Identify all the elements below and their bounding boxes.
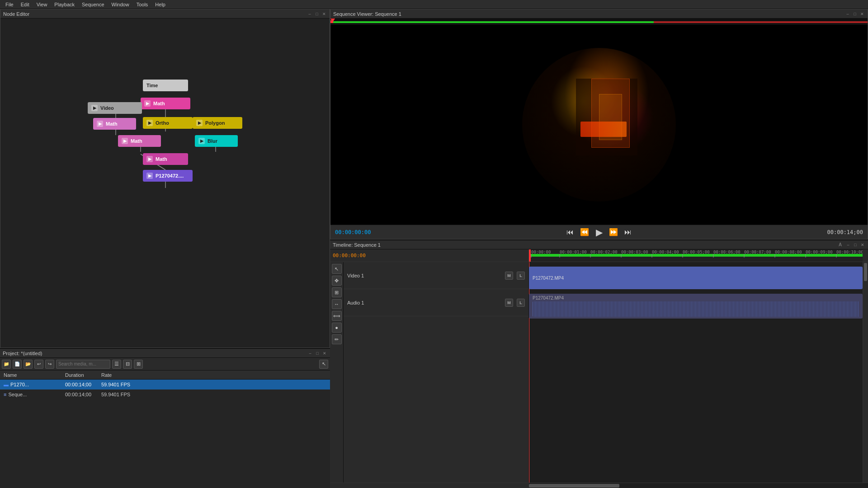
menu-edit[interactable]: Edit — [17, 0, 33, 9]
file-duration-0: 00:00:14;00 — [65, 382, 101, 387]
menu-file[interactable]: File — [2, 0, 17, 9]
icon-view-btn[interactable]: ⊟ — [123, 360, 132, 369]
project-close-btn[interactable]: ✕ — [322, 351, 327, 356]
trim-tool[interactable]: ↔ — [332, 299, 342, 309]
project-toolbar: 📁 📄 📂 ↩ ↪ ☰ ⊟ ⊞ ↖ — [0, 358, 330, 371]
viewer-max-btn[interactable]: □ — [852, 11, 858, 17]
file-icon-1: ≡ — [4, 392, 6, 397]
node-video[interactable]: ▶ Video — [88, 102, 142, 114]
redo-btn[interactable]: ↪ — [45, 360, 54, 369]
col-header-duration: Duration — [65, 372, 101, 378]
audio1-m-btn[interactable]: M — [505, 299, 513, 307]
col-header-name: Name — [2, 372, 65, 378]
node-p127-label: P1270472.... — [156, 173, 184, 178]
node-editor-label: Node Editor — [3, 11, 29, 17]
node-canvas[interactable]: Time ▶ Math ▶ Video ▶ Math — [0, 19, 330, 347]
menu-view[interactable]: View — [33, 0, 51, 9]
node-p1270472[interactable]: ▶ P1270472.... — [143, 170, 193, 182]
timeline-min-btn[interactable]: – — [845, 242, 851, 248]
audio-clip-p1270472[interactable]: P1270472.MP4 — [529, 294, 863, 319]
file-rate-1: 59.9401 FPS — [101, 392, 137, 397]
project-row-0[interactable]: ▬ P1270... 00:00:14;00 59.9401 FPS — [0, 380, 330, 389]
node-math3[interactable]: ▶ Math — [118, 135, 161, 147]
zoom-tool[interactable]: ⊞ — [332, 287, 342, 297]
play-btn[interactable]: ▶ — [594, 227, 604, 238]
step-back-btn[interactable]: ⏪ — [579, 227, 590, 238]
node-math2[interactable]: ▶ Math — [93, 118, 136, 130]
move-tool[interactable]: ✥ — [332, 276, 342, 286]
viewer-close-btn[interactable]: ✕ — [859, 11, 865, 17]
project-title-bar: Project: *(untitled) – □ ✕ — [0, 349, 330, 358]
node-ortho[interactable]: ▶ Ortho — [143, 117, 193, 129]
undo-btn[interactable]: ↩ — [34, 360, 43, 369]
timeline-ruler[interactable]: 00:00:00 00:00:01;00 00:00:02;00 00:00:0… — [529, 249, 863, 262]
svg-text:00:00:09;00: 00:00:09;00 — [806, 250, 833, 254]
node-math3-label: Math — [131, 138, 142, 144]
project-row-1[interactable]: ≡ Seque... 00:00:14;00 59.9401 FPS — [0, 389, 330, 399]
search-media-input[interactable] — [56, 360, 110, 369]
grid-view-btn[interactable]: ⊞ — [134, 360, 143, 369]
node-editor-maximize[interactable]: □ — [314, 11, 320, 17]
node-blur[interactable]: ▶ Blur — [195, 135, 238, 147]
viewer-time-current: 00:00:00:00 — [335, 229, 389, 235]
viewer-time-total: 00:00:14;00 — [809, 229, 863, 235]
node-time[interactable]: Time — [143, 80, 188, 91]
video-clip-p1270472[interactable]: P1270472.MP4 — [529, 267, 863, 289]
viewer-controls: 00:00:00:00 ⏮ ⏪ ▶ ⏩ ⏭ 00:00:14;00 — [330, 225, 868, 239]
node-math4[interactable]: ▶ Math — [143, 153, 188, 165]
node-editor-minimize[interactable]: – — [307, 11, 312, 17]
node-blur-arrow: ▶ — [198, 138, 205, 144]
node-p127-arrow: ▶ — [146, 173, 153, 179]
transport-controls: ⏮ ⏪ ▶ ⏩ ⏭ — [565, 227, 633, 238]
video1-m-btn[interactable]: M — [505, 272, 513, 280]
menu-sequence[interactable]: Sequence — [78, 0, 108, 9]
timeline-max-btn[interactable]: □ — [853, 242, 858, 248]
select-tool-btn[interactable]: ↖ — [319, 360, 328, 369]
timeline-tracks-content[interactable]: P1270472.MP4 P1270472.MP4 — [529, 262, 863, 483]
project-list-header: Name Duration Rate — [0, 371, 330, 380]
node-blur-label: Blur — [208, 138, 217, 144]
sequence-viewer-title: Sequence Viewer: Sequence 1 — [333, 11, 401, 17]
pen-tool[interactable]: ● — [332, 323, 342, 333]
audio-clip-label: P1270472.MP4 — [533, 296, 859, 300]
project-title-label: Project: *(untitled) — [3, 351, 42, 356]
node-math4-label: Math — [156, 156, 167, 162]
node-ortho-label: Ortho — [156, 120, 169, 126]
new-bin-btn[interactable]: 📁 — [2, 360, 11, 369]
list-view-btn[interactable]: ☰ — [112, 360, 121, 369]
select-tool[interactable]: ↖ — [332, 264, 342, 274]
step-fwd-btn[interactable]: ⏩ — [608, 227, 619, 238]
node-math1[interactable]: ▶ Math — [141, 98, 190, 109]
video1-label-text: Video 1 — [347, 273, 501, 278]
video1-l-btn[interactable]: L — [517, 272, 525, 280]
timeline-close-btn[interactable]: ✕ — [860, 242, 865, 248]
menu-window[interactable]: Window — [108, 0, 133, 9]
menu-playback[interactable]: Playback — [51, 0, 78, 9]
edit-tool[interactable]: ✏ — [332, 334, 342, 344]
project-min-btn[interactable]: – — [307, 351, 313, 356]
svg-text:00:00:00: 00:00:00 — [531, 250, 551, 254]
sequence-title-bar: Sequence Viewer: Sequence 1 – □ ✕ — [330, 9, 868, 19]
menu-tools[interactable]: Tools — [133, 0, 152, 9]
to-end-btn[interactable]: ⏭ — [623, 227, 633, 238]
timeline-v-scrollbar[interactable] — [863, 262, 868, 483]
slip-tool[interactable]: ⟺ — [332, 311, 342, 321]
open-btn[interactable]: 📂 — [24, 360, 33, 369]
project-max-btn[interactable]: □ — [315, 351, 320, 356]
viewer-scrub-bar[interactable] — [330, 19, 868, 25]
timeline-tools: ↖ ✥ ⊞ ↔ ⟺ ● ✏ — [330, 262, 344, 483]
menu-help[interactable]: Help — [151, 0, 169, 9]
new-item-btn[interactable]: 📄 — [13, 360, 22, 369]
audio1-l-btn[interactable]: L — [517, 299, 525, 307]
viewer-min-btn[interactable]: – — [845, 11, 850, 17]
node-editor-close[interactable]: ✕ — [321, 11, 327, 17]
node-polygon[interactable]: ▶ Polygon — [193, 117, 242, 129]
svg-text:00:00:08;00: 00:00:08;00 — [775, 250, 802, 254]
video1-track-label: Video 1 M L — [344, 262, 528, 289]
node-editor-panel: Node Editor – □ ✕ — [0, 9, 330, 348]
timeline-h-scrollbar[interactable] — [330, 483, 868, 488]
col-header-rate: Rate — [101, 372, 137, 378]
svg-text:00:00:04;00: 00:00:04;00 — [652, 250, 679, 254]
to-start-btn[interactable]: ⏮ — [565, 227, 576, 238]
node-math2-arrow: ▶ — [97, 121, 103, 127]
